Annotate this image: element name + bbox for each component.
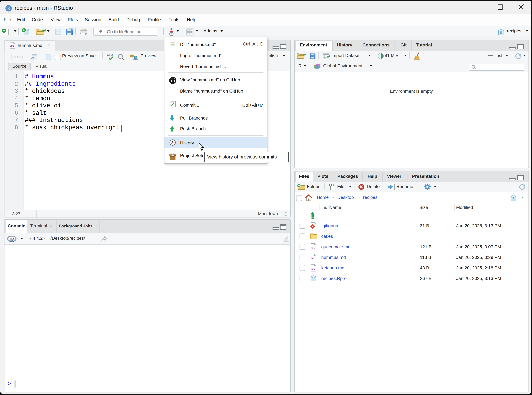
svg-text:MD: MD: [10, 45, 14, 48]
svg-text:R: R: [500, 31, 502, 35]
svg-text:R: R: [513, 197, 515, 200]
svg-text:MD: MD: [311, 257, 316, 259]
svg-text:ABC: ABC: [106, 53, 115, 57]
svg-text:R: R: [10, 236, 14, 242]
svg-text:R: R: [25, 31, 28, 35]
svg-text:R: R: [313, 277, 315, 281]
svg-text:MD: MD: [311, 267, 316, 270]
svg-text:MD: MD: [311, 246, 316, 249]
svg-text:R: R: [7, 6, 10, 11]
